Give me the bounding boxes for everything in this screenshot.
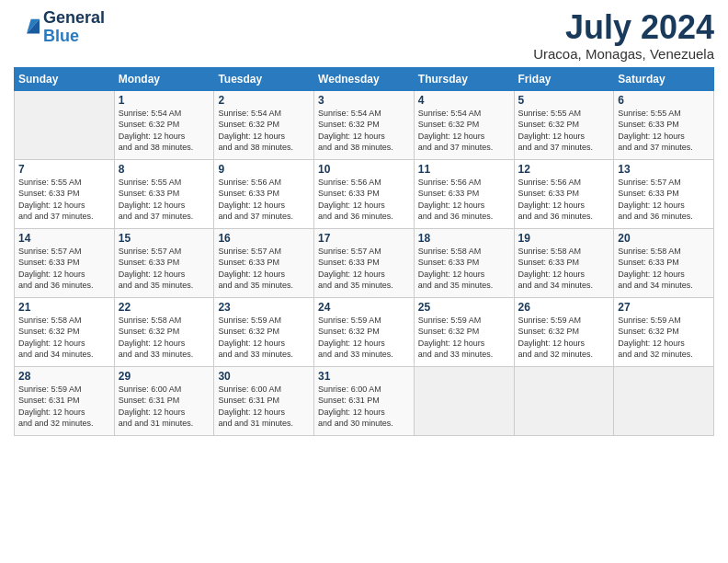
day-number: 21	[18, 301, 110, 314]
calendar-cell: 8Sunrise: 5:55 AMSunset: 6:33 PMDaylight…	[114, 159, 214, 228]
day-info: Sunrise: 5:59 AMSunset: 6:32 PMDaylight:…	[318, 315, 410, 361]
calendar-cell: 24Sunrise: 5:59 AMSunset: 6:32 PMDayligh…	[314, 297, 415, 366]
calendar-cell: 18Sunrise: 5:58 AMSunset: 6:33 PMDayligh…	[414, 228, 514, 297]
logo-blue: Blue	[43, 28, 105, 46]
day-header-tuesday: Tuesday	[214, 67, 314, 90]
main-container: General Blue July 2024 Uracoa, Monagas, …	[0, 0, 728, 445]
day-number: 30	[218, 370, 310, 383]
calendar-cell: 26Sunrise: 5:59 AMSunset: 6:32 PMDayligh…	[514, 297, 614, 366]
day-info: Sunrise: 5:59 AMSunset: 6:32 PMDaylight:…	[218, 315, 310, 361]
day-number: 9	[218, 163, 310, 176]
calendar-cell: 1Sunrise: 5:54 AMSunset: 6:32 PMDaylight…	[114, 90, 214, 159]
day-number: 26	[518, 301, 610, 314]
day-number: 17	[318, 232, 410, 245]
day-number: 14	[18, 232, 110, 245]
calendar-cell: 3Sunrise: 5:54 AMSunset: 6:32 PMDaylight…	[314, 90, 415, 159]
calendar-cell: 31Sunrise: 6:00 AMSunset: 6:31 PMDayligh…	[314, 366, 415, 435]
day-info: Sunrise: 5:57 AMSunset: 6:33 PMDaylight:…	[18, 246, 110, 292]
day-info: Sunrise: 6:00 AMSunset: 6:31 PMDaylight:…	[218, 384, 310, 430]
day-number: 5	[518, 94, 610, 107]
location: Uracoa, Monagas, Venezuela	[533, 46, 714, 62]
calendar-cell: 7Sunrise: 5:55 AMSunset: 6:33 PMDaylight…	[15, 159, 115, 228]
calendar-cell	[414, 366, 514, 435]
day-number: 11	[418, 163, 510, 176]
month-year: July 2024	[533, 9, 714, 46]
calendar-cell: 2Sunrise: 5:54 AMSunset: 6:32 PMDaylight…	[214, 90, 314, 159]
day-info: Sunrise: 5:54 AMSunset: 6:32 PMDaylight:…	[418, 108, 510, 154]
calendar-cell: 29Sunrise: 6:00 AMSunset: 6:31 PMDayligh…	[114, 366, 214, 435]
day-info: Sunrise: 5:56 AMSunset: 6:33 PMDaylight:…	[218, 177, 310, 223]
logo-text: General Blue	[43, 9, 105, 46]
day-number: 2	[218, 94, 310, 107]
day-info: Sunrise: 5:59 AMSunset: 6:32 PMDaylight:…	[418, 315, 510, 361]
calendar-cell	[514, 366, 614, 435]
day-info: Sunrise: 5:56 AMSunset: 6:33 PMDaylight:…	[418, 177, 510, 223]
calendar-table: SundayMondayTuesdayWednesdayThursdayFrid…	[14, 67, 714, 436]
logo-general: General	[43, 9, 105, 28]
day-number: 31	[318, 370, 410, 383]
day-number: 27	[618, 301, 710, 314]
day-number: 7	[18, 163, 110, 176]
title-section: July 2024 Uracoa, Monagas, Venezuela	[533, 9, 714, 62]
calendar-cell: 17Sunrise: 5:57 AMSunset: 6:33 PMDayligh…	[314, 228, 415, 297]
calendar-cell: 22Sunrise: 5:58 AMSunset: 6:32 PMDayligh…	[114, 297, 214, 366]
day-header-sunday: Sunday	[15, 67, 115, 90]
calendar-cell: 4Sunrise: 5:54 AMSunset: 6:32 PMDaylight…	[414, 90, 514, 159]
day-number: 12	[518, 163, 610, 176]
day-number: 16	[218, 232, 310, 245]
calendar-cell: 16Sunrise: 5:57 AMSunset: 6:33 PMDayligh…	[214, 228, 314, 297]
day-info: Sunrise: 5:54 AMSunset: 6:32 PMDaylight:…	[318, 108, 410, 154]
day-number: 3	[318, 94, 410, 107]
day-info: Sunrise: 5:55 AMSunset: 6:32 PMDaylight:…	[518, 108, 610, 154]
day-info: Sunrise: 5:55 AMSunset: 6:33 PMDaylight:…	[618, 108, 710, 154]
header: General Blue July 2024 Uracoa, Monagas, …	[14, 9, 714, 62]
day-info: Sunrise: 5:55 AMSunset: 6:33 PMDaylight:…	[18, 177, 110, 223]
header-row: SundayMondayTuesdayWednesdayThursdayFrid…	[15, 67, 714, 90]
day-info: Sunrise: 6:00 AMSunset: 6:31 PMDaylight:…	[119, 384, 210, 430]
day-info: Sunrise: 5:57 AMSunset: 6:33 PMDaylight:…	[119, 246, 210, 292]
day-number: 10	[318, 163, 410, 176]
calendar-cell: 15Sunrise: 5:57 AMSunset: 6:33 PMDayligh…	[114, 228, 214, 297]
calendar-cell: 19Sunrise: 5:58 AMSunset: 6:33 PMDayligh…	[514, 228, 614, 297]
week-row-2: 7Sunrise: 5:55 AMSunset: 6:33 PMDaylight…	[15, 159, 714, 228]
day-number: 22	[119, 301, 210, 314]
calendar-cell: 25Sunrise: 5:59 AMSunset: 6:32 PMDayligh…	[414, 297, 514, 366]
calendar-cell	[614, 366, 714, 435]
day-info: Sunrise: 5:58 AMSunset: 6:32 PMDaylight:…	[119, 315, 210, 361]
day-info: Sunrise: 5:57 AMSunset: 6:33 PMDaylight:…	[618, 177, 710, 223]
day-header-wednesday: Wednesday	[314, 67, 415, 90]
calendar-cell: 11Sunrise: 5:56 AMSunset: 6:33 PMDayligh…	[414, 159, 514, 228]
day-header-friday: Friday	[514, 67, 614, 90]
day-info: Sunrise: 5:58 AMSunset: 6:33 PMDaylight:…	[618, 246, 710, 292]
day-number: 13	[618, 163, 710, 176]
calendar-cell: 28Sunrise: 5:59 AMSunset: 6:31 PMDayligh…	[15, 366, 115, 435]
logo-icon	[14, 15, 40, 40]
day-number: 15	[119, 232, 210, 245]
day-number: 1	[119, 94, 210, 107]
day-number: 24	[318, 301, 410, 314]
day-number: 28	[18, 370, 110, 383]
day-header-monday: Monday	[114, 67, 214, 90]
day-number: 6	[618, 94, 710, 107]
calendar-cell	[15, 90, 115, 159]
logo: General Blue	[14, 9, 105, 46]
day-info: Sunrise: 5:54 AMSunset: 6:32 PMDaylight:…	[218, 108, 310, 154]
day-info: Sunrise: 5:56 AMSunset: 6:33 PMDaylight:…	[518, 177, 610, 223]
day-header-thursday: Thursday	[414, 67, 514, 90]
day-info: Sunrise: 5:57 AMSunset: 6:33 PMDaylight:…	[318, 246, 410, 292]
day-number: 29	[119, 370, 210, 383]
day-number: 18	[418, 232, 510, 245]
day-info: Sunrise: 6:00 AMSunset: 6:31 PMDaylight:…	[318, 384, 410, 430]
day-number: 23	[218, 301, 310, 314]
day-number: 4	[418, 94, 510, 107]
week-row-3: 14Sunrise: 5:57 AMSunset: 6:33 PMDayligh…	[15, 228, 714, 297]
day-info: Sunrise: 5:59 AMSunset: 6:32 PMDaylight:…	[518, 315, 610, 361]
calendar-cell: 9Sunrise: 5:56 AMSunset: 6:33 PMDaylight…	[214, 159, 314, 228]
calendar-cell: 21Sunrise: 5:58 AMSunset: 6:32 PMDayligh…	[15, 297, 115, 366]
day-info: Sunrise: 5:58 AMSunset: 6:32 PMDaylight:…	[18, 315, 110, 361]
day-info: Sunrise: 5:54 AMSunset: 6:32 PMDaylight:…	[119, 108, 210, 154]
day-info: Sunrise: 5:57 AMSunset: 6:33 PMDaylight:…	[218, 246, 310, 292]
day-number: 25	[418, 301, 510, 314]
calendar-cell: 13Sunrise: 5:57 AMSunset: 6:33 PMDayligh…	[614, 159, 714, 228]
calendar-cell: 5Sunrise: 5:55 AMSunset: 6:32 PMDaylight…	[514, 90, 614, 159]
